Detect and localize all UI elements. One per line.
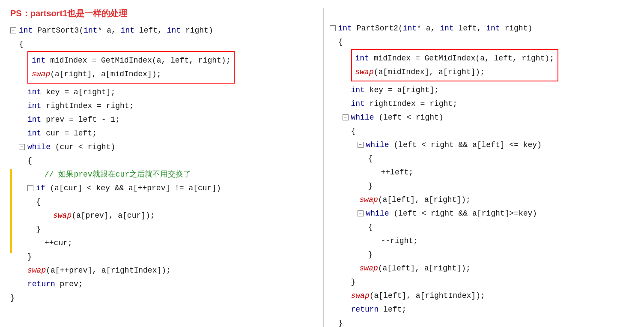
func-header-left: − int PartSort3(int* a, int left, int ri…: [10, 24, 317, 37]
highlighted-block-right: int midIndex = GetMidIndex(a, left, righ…: [351, 49, 558, 81]
left-code: − int PartSort3(int* a, int left, int ri…: [10, 24, 317, 305]
line-if-left: − if (a[cur] < key && a[++prev] != a[cur…: [27, 181, 317, 195]
line-while-inner-right-open-right: {: [368, 220, 637, 234]
func-header-right: − int PartSort2(int* a, int left, int ri…: [330, 21, 637, 35]
line-while-inner-left-close-right: }: [368, 179, 637, 193]
line-int-rightindex-left: int rightIndex = right;: [27, 99, 317, 113]
line-dec-right-right: --right;: [381, 234, 637, 248]
line-swap-left-rightindex-right: swap(a[left], a[rightIndex]);: [351, 289, 637, 303]
line-while-outer-close-right: }: [351, 275, 637, 289]
line-while-outer-open-right: {: [351, 124, 637, 138]
line-inc-left-right: ++left;: [381, 165, 637, 179]
line-comment-left: // 如果prev就跟在cur之后就不用交换了: [45, 168, 317, 181]
line-int-prev-left: int prev = left - 1;: [27, 113, 317, 126]
line-while-close-left: }: [27, 250, 317, 264]
collapse-btn-func-left[interactable]: −: [10, 27, 16, 33]
collapse-btn-func-right[interactable]: −: [330, 25, 336, 31]
right-spacer: [330, 8, 637, 21]
line-while-open-left: {: [27, 154, 317, 168]
line-open-brace-right: {: [338, 35, 637, 49]
panel-divider: [323, 8, 324, 327]
line-if-close-left: }: [36, 222, 317, 236]
line-int-key-right: int key = a[right];: [351, 83, 637, 97]
line-swap-mid-right: swap(a[midIndex], a[right]);: [355, 65, 554, 79]
yellow-indicator: [10, 169, 12, 253]
line-swap-prev-cur-left: swap(a[prev], a[cur]);: [53, 209, 317, 222]
line-open-brace-1: {: [10, 37, 317, 51]
line-swap-left-right-1: swap(a[left], a[right]);: [360, 193, 637, 207]
line-func-close-left: }: [10, 291, 317, 305]
line-inc-cur-left: ++cur;: [45, 236, 317, 250]
collapse-btn-while-inner-left-right[interactable]: −: [358, 142, 364, 148]
right-panel: − int PartSort2(int* a, int left, int ri…: [325, 8, 641, 327]
line-while-left: − while (cur < right): [19, 140, 317, 154]
collapse-btn-while-inner-right-right[interactable]: −: [358, 210, 364, 216]
line-int-cur-left: int cur = left;: [27, 126, 317, 140]
line-while-outer-right: − while (left < right): [343, 111, 637, 124]
line-midindex-right: int midIndex = GetMidIndex(a, left, righ…: [355, 51, 554, 65]
line-if-open-left: {: [36, 195, 317, 209]
collapse-btn-while-left[interactable]: −: [19, 144, 25, 150]
line-swap-left-right-2: swap(a[left], a[right]);: [360, 261, 637, 275]
note: PS：partsort1也是一样的处理: [10, 8, 317, 19]
line-swap-prev-rightindex-left: swap(a[++prev], a[rightIndex]);: [27, 264, 317, 277]
line-swap-right-left: swap(a[right], a[midIndex]);: [32, 67, 230, 81]
line-int-key-left: int key = a[right];: [27, 85, 317, 99]
line-while-inner-right-close-right: }: [368, 248, 637, 261]
line-while-inner-right-right: − while (left < right && a[right]>=key): [358, 207, 637, 220]
line-func-close-right: }: [338, 316, 637, 327]
line-midindex-left: int midIndex = GetMidIndex(a, left, righ…: [32, 54, 230, 67]
collapse-btn-if-left[interactable]: −: [27, 185, 33, 191]
line-while-inner-left-right: − while (left < right && a[left] <= key): [358, 138, 637, 152]
collapse-btn-while-outer-right[interactable]: −: [343, 114, 349, 120]
line-int-rightindex-right: int rightIndex = right;: [351, 97, 637, 111]
line-return-prev-left: return prev;: [27, 277, 317, 291]
line-while-inner-left-open-right: {: [368, 152, 637, 165]
highlighted-block-left: int midIndex = GetMidIndex(a, left, righ…: [27, 51, 235, 84]
line-return-left-right: return left;: [351, 303, 637, 316]
